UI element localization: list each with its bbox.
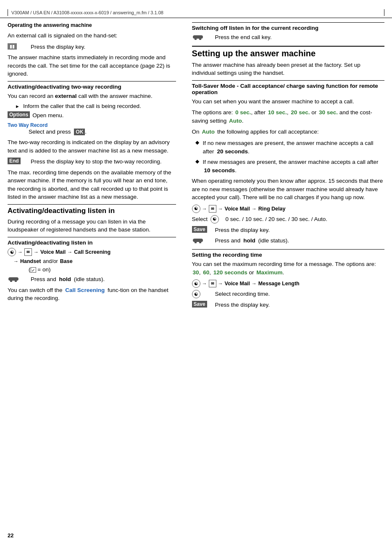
toll-saver-section: Toll-Saver Mode - Call acceptance/ charg… <box>192 80 384 95</box>
ring-delay-label: Ring Delay <box>258 206 286 212</box>
arrow-r2: → <box>218 281 223 287</box>
open-menu-text: Open menu. <box>32 111 176 120</box>
answer-machine-recording-text: The answer machine starts immediately in… <box>8 53 176 78</box>
press-hold-row: Press and hold (idle status). <box>8 275 176 284</box>
base-label: Base <box>60 258 73 264</box>
save-press-display2: Press the display key. <box>215 301 384 309</box>
period3: . <box>283 269 284 276</box>
bullet-inform-caller: ► Inform the caller that the call is bei… <box>8 103 176 109</box>
call-screening-text: Call Screening <box>65 287 105 293</box>
end-call-icon <box>8 275 19 283</box>
diamond-icon1: ◆ <box>195 139 201 145</box>
b1period: . <box>248 148 250 155</box>
press-and2: Press and <box>215 237 241 244</box>
section-switch-off: Switching off listen in for the current … <box>192 22 384 31</box>
period: . <box>85 129 87 135</box>
select-recording-row: ☯ Select recording time. <box>192 290 384 298</box>
svg-rect-3 <box>193 35 203 39</box>
opt-20sec: 20 sec. <box>291 109 310 116</box>
arrow-t1: → <box>202 206 207 212</box>
intro-text: An external call is signaled on the hand… <box>8 32 176 40</box>
idle-status-text: (idle status). <box>74 276 105 282</box>
svg-rect-1 <box>10 279 12 282</box>
comma-after: , <box>251 109 253 116</box>
subsection-listen-in: Activating/deactivating listen in <box>8 237 176 246</box>
main-content: Operating the answering machine An exter… <box>0 22 392 312</box>
period2: . <box>242 118 244 124</box>
envelope-icon2: ✉ <box>209 205 216 213</box>
recording-time-para: You can set the maximum recording time f… <box>192 260 384 276</box>
arrow1: → <box>18 249 23 255</box>
select-text: Select and press <box>29 129 71 135</box>
save-button2[interactable]: Save <box>192 301 207 308</box>
arrow4: → <box>13 258 18 264</box>
select-label: Select <box>192 216 208 222</box>
arrow-r3: → <box>252 281 257 287</box>
bullet1-bold: 20 seconds <box>217 148 248 155</box>
select-icon-area: Select ☯ <box>192 215 226 224</box>
nav-row-listen: ☯ → ✉ → Voice Mail → Call Screening <box>8 248 176 256</box>
diamond-icon2: ◆ <box>195 158 201 164</box>
arrow-r1: → <box>202 281 207 287</box>
ok-button[interactable]: OK <box>74 129 85 135</box>
press-end-text: Press the end call key. <box>215 33 384 42</box>
checkbox-on-row: (✓ = on) <box>8 266 176 273</box>
two-way-para1: You can record an external call with the… <box>8 92 176 100</box>
end-call-icon-right <box>192 33 204 41</box>
save-button[interactable]: Save <box>192 226 207 233</box>
section2-title: Activating/deactivating listen in <box>8 207 176 215</box>
press-and-text: Press and <box>31 276 56 282</box>
setup-title: Setting up the answer machine <box>192 49 384 58</box>
svg-rect-5 <box>199 37 201 40</box>
setup-para1: The answer machine has already been pres… <box>192 61 384 77</box>
section-two-way-recording: Activating/deactivating two-way recordin… <box>8 81 176 90</box>
call-screening-note: You can switch off the Call Screening fu… <box>8 286 176 302</box>
options-button[interactable]: Options <box>8 111 30 118</box>
opt-30: 30 <box>193 269 199 276</box>
on-text: On <box>192 129 200 135</box>
select-ok-row: Select and press OK. <box>8 129 176 135</box>
bullet1-text: If no new messages are present, the answ… <box>203 139 384 155</box>
press-display-key-row: ▮▮ Press the display key. <box>8 43 176 51</box>
end-call-icon-area <box>192 33 215 41</box>
section-setup: Setting up the answer machine The answer… <box>192 46 384 245</box>
section-label: Operating the answering machine <box>8 22 176 28</box>
end-button[interactable]: End <box>8 158 21 164</box>
msg-length-label: Message Length <box>258 281 300 287</box>
arrow3: → <box>67 249 72 255</box>
opt-maximum: Maximum <box>256 269 282 276</box>
right-column: Switching off listen in for the current … <box>188 22 384 312</box>
phone-end-icon-area <box>8 275 31 283</box>
menu-icon2: ☯ <box>192 205 200 213</box>
arrow2: → <box>34 249 39 255</box>
top-bar: V300AM / USA EN / A31008-xxxxx-xxxx-x-60… <box>0 8 392 18</box>
press-end-call-row: Press the end call key. <box>192 33 384 42</box>
following-text: the following applies for call acceptanc… <box>217 129 319 135</box>
svg-rect-6 <box>193 239 203 242</box>
voice-mail-label: Voice Mail <box>40 249 66 255</box>
svg-rect-4 <box>195 37 197 40</box>
end-call-icon2 <box>192 237 204 244</box>
opt-0sec: 0 sec. <box>235 109 251 116</box>
opt-auto: Auto <box>229 118 242 124</box>
opt-120sec: 120 seconds <box>213 269 247 276</box>
svg-rect-2 <box>15 279 17 282</box>
save-btn-area2: Save <box>192 301 215 308</box>
handset-select-icon: ☯ <box>210 215 219 224</box>
toll-saver-title: Toll-Saver Mode - Call acceptance/ charg… <box>192 83 384 95</box>
call-screening-label: Call Screening <box>74 249 110 255</box>
nav-row-listen2: → Handset and/or Base <box>8 258 176 264</box>
voice-mail-label3: Voice Mail <box>225 281 250 287</box>
two-way-para3: The max. recording time depends on the a… <box>8 168 176 201</box>
listen-in-para1: During recording of a message you can li… <box>8 218 176 234</box>
b2period: . <box>235 167 237 174</box>
section-listen-in: Activating/deactivating listen in <box>8 204 176 215</box>
inform-caller-text: Inform the caller that the call is being… <box>23 103 141 109</box>
hold-bold2: hold <box>243 237 255 244</box>
recording-time-text: You can set the maximum recording time f… <box>192 261 376 267</box>
press-hold-text: Press and hold (idle status). <box>31 275 176 284</box>
toll-saver-para1: You can set when you want the answer mac… <box>192 97 384 106</box>
comma3: , <box>199 269 201 276</box>
save-press-display: Press the display key. <box>215 226 384 234</box>
twoway-record-label: Two Way Record <box>8 122 176 128</box>
